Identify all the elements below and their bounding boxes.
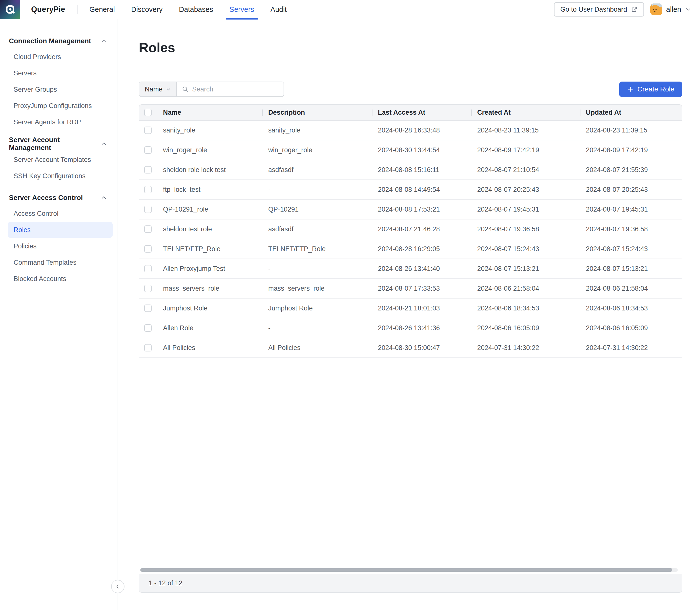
row-checkbox[interactable] bbox=[144, 206, 152, 213]
sidebar-section-title: Server Account Management bbox=[9, 136, 101, 152]
table-row[interactable]: sheldon role lock test asdfasdf 2024-08-… bbox=[139, 160, 682, 180]
cell-created-at: 2024-08-06 18:34:53 bbox=[471, 305, 580, 312]
go-to-user-dashboard-button[interactable]: Go to User Dashboard bbox=[554, 2, 644, 17]
create-role-button[interactable]: Create Role bbox=[619, 82, 682, 97]
horizontal-scrollbar bbox=[140, 568, 678, 572]
cell-name: ftp_lock_test bbox=[157, 186, 262, 194]
cell-updated-at: 2024-07-31 14:30:22 bbox=[580, 344, 682, 352]
row-checkbox[interactable] bbox=[144, 265, 152, 272]
table-row[interactable]: sanity_role sanity_role 2024-08-28 16:33… bbox=[139, 121, 682, 140]
tab-audit[interactable]: Audit bbox=[270, 0, 287, 19]
row-checkbox[interactable] bbox=[144, 225, 152, 233]
table-row[interactable]: All Policies All Policies 2024-08-30 15:… bbox=[139, 338, 682, 358]
top-divider bbox=[77, 5, 78, 14]
external-link-icon bbox=[631, 6, 637, 13]
table-empty-space bbox=[139, 358, 682, 568]
filter-field-label: Name bbox=[145, 85, 163, 93]
sidebar-collapse-button[interactable] bbox=[111, 580, 124, 593]
row-checkbox[interactable] bbox=[144, 324, 152, 332]
cell-last-access-at: 2024-08-30 13:44:54 bbox=[372, 146, 471, 154]
sidebar-item-ssh-key-configurations[interactable]: SSH Key Configurations bbox=[8, 168, 113, 184]
table-row[interactable]: Allen Role - 2024-08-26 13:41:36 2024-08… bbox=[139, 318, 682, 338]
sidebar-item-server-groups[interactable]: Server Groups bbox=[8, 82, 113, 97]
create-role-label: Create Role bbox=[637, 85, 674, 93]
sidebar-item-command-templates[interactable]: Command Templates bbox=[8, 255, 113, 270]
row-checkbox[interactable] bbox=[144, 245, 152, 253]
sidebar-item-cloud-providers[interactable]: Cloud Providers bbox=[8, 49, 113, 65]
cell-created-at: 2024-08-07 15:13:21 bbox=[471, 265, 580, 273]
tab-discovery[interactable]: Discovery bbox=[131, 0, 163, 19]
cell-description: asdfasdf bbox=[262, 166, 372, 174]
cell-created-at: 2024-08-07 20:25:43 bbox=[471, 186, 580, 194]
table-row[interactable]: sheldon test role asdfasdf 2024-08-07 21… bbox=[139, 220, 682, 239]
column-header-description: Description bbox=[262, 105, 372, 120]
chevron-up-icon bbox=[101, 141, 107, 147]
top-right: Go to User Dashboard bbox=[554, 2, 700, 17]
sidebar-item-server-agents-for-rdp[interactable]: Server Agents for RDP bbox=[8, 114, 113, 130]
sidebar-section-items: Cloud ProvidersServersServer GroupsProxy… bbox=[0, 49, 118, 130]
filter-field-select[interactable]: Name bbox=[139, 82, 177, 96]
select-all-checkbox[interactable] bbox=[144, 109, 152, 116]
cell-last-access-at: 2024-08-26 13:41:36 bbox=[372, 324, 471, 332]
primary-nav: GeneralDiscoveryDatabasesServersAudit bbox=[89, 0, 287, 19]
sidebar-item-access-control[interactable]: Access Control bbox=[8, 206, 113, 222]
cell-name: win_roger_role bbox=[157, 146, 262, 154]
sidebar-section-header[interactable]: Server Access Control bbox=[0, 190, 118, 206]
sidebar-section-header[interactable]: Server Account Management bbox=[0, 136, 118, 152]
row-checkbox[interactable] bbox=[144, 285, 152, 292]
user-menu[interactable]: allen bbox=[650, 3, 691, 15]
row-checkbox-cell bbox=[139, 239, 157, 258]
tab-servers[interactable]: Servers bbox=[230, 0, 254, 19]
row-checkbox[interactable] bbox=[144, 344, 152, 352]
search-input[interactable] bbox=[192, 85, 279, 93]
roles-table: NameDescriptionLast Access AtCreated AtU… bbox=[139, 104, 682, 593]
table-row[interactable]: ftp_lock_test - 2024-08-08 14:49:54 2024… bbox=[139, 180, 682, 200]
row-checkbox[interactable] bbox=[144, 127, 152, 134]
cell-last-access-at: 2024-08-07 21:46:28 bbox=[372, 225, 471, 233]
sidebar-item-servers[interactable]: Servers bbox=[8, 65, 113, 81]
cell-updated-at: 2024-08-06 21:58:04 bbox=[580, 285, 682, 292]
table-row[interactable]: Allen Proxyjump Test - 2024-08-26 13:41:… bbox=[139, 259, 682, 279]
table-row[interactable]: QP-10291_role QP-10291 2024-08-08 17:53:… bbox=[139, 200, 682, 220]
cell-updated-at: 2024-08-06 18:34:53 bbox=[580, 305, 682, 312]
cell-description: mass_servers_role bbox=[262, 285, 372, 292]
cell-created-at: 2024-08-07 19:45:31 bbox=[471, 206, 580, 213]
cell-updated-at: 2024-08-07 19:45:31 bbox=[580, 206, 682, 213]
sidebar-item-proxyjump-configurations[interactable]: ProxyJump Configurations bbox=[8, 98, 113, 114]
cell-description: All Policies bbox=[262, 344, 372, 352]
sidebar-item-policies[interactable]: Policies bbox=[8, 238, 113, 254]
row-checkbox-cell bbox=[139, 200, 157, 219]
cell-name: mass_servers_role bbox=[157, 285, 262, 292]
table-row[interactable]: Jumphost Role Jumphost Role 2024-08-21 1… bbox=[139, 299, 682, 318]
chevron-down-icon bbox=[685, 6, 691, 12]
row-checkbox[interactable] bbox=[144, 146, 152, 154]
sidebar-section-header[interactable]: Connection Management bbox=[0, 33, 118, 49]
sidebar-item-server-account-templates[interactable]: Server Account Templates bbox=[8, 152, 113, 167]
cell-description: sanity_role bbox=[262, 127, 372, 134]
querypie-logo[interactable] bbox=[0, 0, 20, 19]
cell-description: QP-10291 bbox=[262, 206, 372, 213]
cell-updated-at: 2024-08-07 15:13:21 bbox=[580, 265, 682, 273]
horizontal-scrollbar-thumb[interactable] bbox=[140, 568, 672, 572]
row-checkbox[interactable] bbox=[144, 166, 152, 174]
table-row[interactable]: mass_servers_role mass_servers_role 2024… bbox=[139, 279, 682, 299]
tab-general[interactable]: General bbox=[89, 0, 115, 19]
cell-created-at: 2024-08-07 19:36:58 bbox=[471, 225, 580, 233]
sidebar-item-blocked-accounts[interactable]: Blocked Accounts bbox=[8, 271, 113, 287]
cell-description: TELNET/FTP_Role bbox=[262, 245, 372, 253]
column-header-name: Name bbox=[157, 105, 262, 120]
row-checkbox-cell bbox=[139, 279, 157, 298]
table-row[interactable]: TELNET/FTP_Role TELNET/FTP_Role 2024-08-… bbox=[139, 239, 682, 259]
row-checkbox-cell bbox=[139, 121, 157, 140]
row-checkbox-cell bbox=[139, 318, 157, 338]
sidebar-item-roles[interactable]: Roles bbox=[8, 222, 113, 238]
sidebar-section: Connection Management Cloud ProvidersSer… bbox=[0, 33, 118, 130]
cell-name: Jumphost Role bbox=[157, 305, 262, 312]
tab-databases[interactable]: Databases bbox=[179, 0, 213, 19]
table-row[interactable]: win_roger_role win_roger_role 2024-08-30… bbox=[139, 140, 682, 160]
row-checkbox[interactable] bbox=[144, 186, 152, 193]
search-box bbox=[177, 82, 284, 96]
row-checkbox[interactable] bbox=[144, 305, 152, 312]
pagination-range: 1 - 12 of 12 bbox=[149, 579, 183, 587]
cell-last-access-at: 2024-08-08 17:53:21 bbox=[372, 206, 471, 213]
